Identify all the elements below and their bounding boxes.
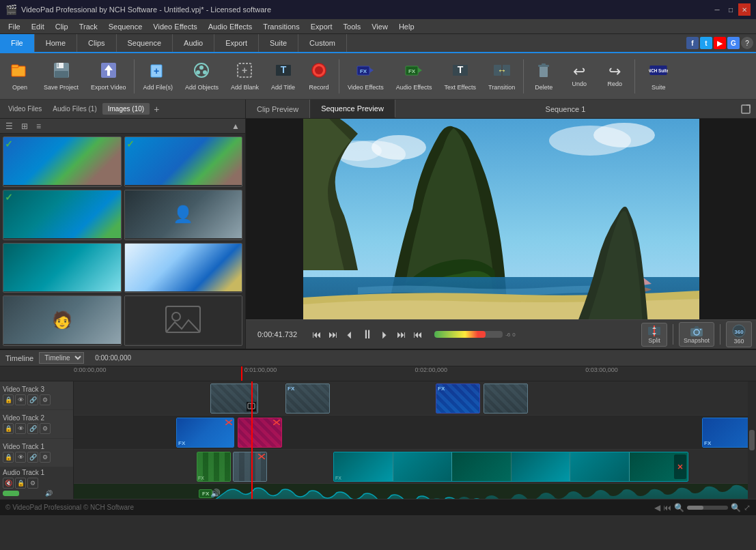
transition-button[interactable]: ↔ Transition bbox=[483, 56, 520, 97]
zoom-slider[interactable] bbox=[687, 506, 728, 510]
media-tab-images[interactable]: Images (10) bbox=[102, 103, 150, 115]
menu-tools[interactable]: Tools bbox=[338, 21, 367, 32]
tab-suite[interactable]: Suite bbox=[259, 34, 298, 52]
track1-link-button[interactable]: 🔗 bbox=[27, 452, 38, 463]
text-effects-button[interactable]: T Text Effects bbox=[439, 56, 481, 97]
youtube-icon[interactable]: ▶ bbox=[714, 37, 726, 49]
pause-button[interactable]: ⏸ bbox=[359, 326, 376, 343]
split-button[interactable]: Split bbox=[641, 323, 667, 347]
fast-forward-button[interactable]: ⏭ bbox=[394, 328, 409, 341]
tab-sequence-preview[interactable]: Sequence Preview bbox=[310, 100, 395, 118]
play-button[interactable]: ⏵ bbox=[378, 328, 393, 341]
media-tab-video-files[interactable]: Video Files bbox=[3, 103, 47, 115]
menu-edit[interactable]: Edit bbox=[26, 21, 50, 32]
clip-v2-2[interactable] bbox=[238, 418, 282, 448]
audio1-lock-button[interactable]: 🔒 bbox=[15, 478, 26, 489]
audio1-mute-button[interactable]: 🔇 bbox=[3, 478, 14, 489]
snapshot-button[interactable]: Snapshot bbox=[679, 322, 714, 347]
track2-extra-button[interactable]: ⚙ bbox=[40, 423, 51, 434]
menu-file[interactable]: File bbox=[3, 21, 26, 32]
rewind-button[interactable]: ⏴ bbox=[342, 328, 357, 341]
media-item-2[interactable]: ✓ GOPR0691.jpg bbox=[124, 136, 243, 187]
tab-audio[interactable]: Audio bbox=[173, 34, 214, 52]
clip-v1-long[interactable]: FX bbox=[333, 452, 688, 482]
track1-eye-button[interactable]: 👁 bbox=[15, 452, 26, 463]
timeline-dropdown[interactable]: Timeline bbox=[39, 352, 84, 364]
status-expand-button[interactable]: ⤢ bbox=[744, 503, 751, 512]
track1-extra-button[interactable]: ⚙ bbox=[40, 452, 51, 463]
clip-v3-4[interactable] bbox=[484, 383, 528, 414]
preview-maximize-button[interactable] bbox=[736, 100, 756, 118]
media-view-btn1[interactable]: ☰ bbox=[3, 120, 16, 132]
nch-suite-button[interactable]: NCH Suite Suite bbox=[638, 56, 679, 97]
help-icon[interactable]: ? bbox=[741, 37, 753, 49]
audio1-extra-button[interactable]: ⚙ bbox=[27, 478, 38, 489]
maximize-button[interactable]: □ bbox=[725, 3, 737, 16]
clip-v3-1[interactable] bbox=[210, 383, 258, 414]
add-files-button[interactable]: + Add File(s) bbox=[137, 56, 178, 97]
tab-custom[interactable]: Custom bbox=[298, 34, 347, 52]
clip-v3-2[interactable]: FX bbox=[285, 383, 330, 414]
media-item-6[interactable]: img_7411.jpg bbox=[124, 243, 243, 293]
twitter-icon[interactable]: t bbox=[700, 37, 712, 49]
menu-transitions[interactable]: Transitions bbox=[257, 21, 305, 32]
btn-360[interactable]: 360 360 bbox=[726, 321, 752, 347]
add-blank-button[interactable]: + Add Blank bbox=[225, 56, 264, 97]
track2-link-button[interactable]: 🔗 bbox=[27, 423, 38, 434]
export-video-button[interactable]: Export Video bbox=[85, 56, 131, 97]
track3-extra-button[interactable]: ⚙ bbox=[40, 394, 51, 405]
status-zoom-out-button[interactable]: 🔍 bbox=[674, 503, 684, 512]
status-zoom-in-button[interactable]: 🔍 bbox=[731, 503, 741, 512]
clip-v2-1[interactable]: FX bbox=[176, 418, 234, 448]
media-item-1[interactable]: ✓ DMqt6CIUEAAo2ET.jpg bbox=[3, 136, 122, 187]
redo-button[interactable]: ↪ Redo bbox=[598, 56, 632, 97]
clip-v1-2[interactable] bbox=[233, 452, 267, 482]
facebook-icon[interactable]: f bbox=[686, 37, 699, 49]
skip-to-end-button[interactable]: ⏮ bbox=[410, 328, 425, 341]
media-scroll-up[interactable]: ▲ bbox=[229, 120, 242, 132]
media-view-btn2[interactable]: ⊞ bbox=[18, 120, 31, 132]
menu-audio-effects[interactable]: Audio Effects bbox=[203, 21, 258, 32]
add-objects-button[interactable]: Add Objects bbox=[180, 56, 224, 97]
step-back-button[interactable]: ⏭ bbox=[326, 328, 341, 341]
menu-sequence[interactable]: Sequence bbox=[103, 21, 148, 32]
menu-export[interactable]: Export bbox=[305, 21, 338, 32]
add-media-tab-button[interactable]: + bbox=[150, 102, 163, 117]
track1-lock-button[interactable]: 🔒 bbox=[3, 452, 14, 463]
tab-clips[interactable]: Clips bbox=[77, 34, 116, 52]
track3-eye-button[interactable]: 👁 bbox=[15, 394, 26, 405]
menu-view[interactable]: View bbox=[366, 21, 393, 32]
delete-button[interactable]: Delete bbox=[527, 56, 561, 97]
skip-to-start-button[interactable]: ⏮ bbox=[309, 328, 324, 341]
media-item-3[interactable]: ✓ gopr4718.jpg bbox=[3, 190, 122, 240]
clip-v1-1[interactable]: FX bbox=[197, 452, 231, 482]
open-button[interactable]: Open bbox=[3, 56, 37, 97]
tab-clip-preview[interactable]: Clip Preview bbox=[246, 100, 310, 118]
menu-track[interactable]: Track bbox=[74, 21, 103, 32]
media-view-btn3[interactable]: ≡ bbox=[33, 120, 44, 132]
track3-link-button[interactable]: 🔗 bbox=[27, 394, 38, 405]
media-tab-audio-files[interactable]: Audio Files (1) bbox=[47, 103, 102, 115]
close-button[interactable]: ✕ bbox=[738, 3, 751, 16]
media-item-7[interactable]: 🧑 bbox=[3, 295, 122, 346]
clip-v2-3[interactable]: FX bbox=[702, 418, 748, 448]
window-controls[interactable]: ─ □ ✕ bbox=[711, 3, 751, 16]
tab-home[interactable]: Home bbox=[35, 34, 77, 52]
google-icon[interactable]: G bbox=[727, 37, 740, 49]
media-item-4[interactable]: 👤 GOPR4829.jpg bbox=[124, 190, 243, 240]
tab-file[interactable]: File bbox=[0, 34, 35, 52]
track2-lock-button[interactable]: 🔒 bbox=[3, 423, 14, 434]
minimize-button[interactable]: ─ bbox=[711, 3, 723, 16]
save-project-button[interactable]: Save Project bbox=[38, 56, 84, 97]
track-content[interactable]: FX FX FX bbox=[74, 381, 748, 499]
media-item-8[interactable] bbox=[124, 295, 243, 346]
add-title-button[interactable]: T Add Title bbox=[266, 56, 300, 97]
track2-eye-button[interactable]: 👁 bbox=[15, 423, 26, 434]
track3-lock-button[interactable]: 🔒 bbox=[3, 394, 14, 405]
record-button[interactable]: Record bbox=[302, 56, 336, 97]
menu-clip[interactable]: Clip bbox=[50, 21, 74, 32]
volume-track[interactable] bbox=[434, 331, 503, 338]
status-start-button[interactable]: ⏮ bbox=[663, 503, 671, 512]
undo-button[interactable]: ↩ Undo bbox=[562, 56, 596, 97]
menu-video-effects[interactable]: Video Effects bbox=[148, 21, 202, 32]
